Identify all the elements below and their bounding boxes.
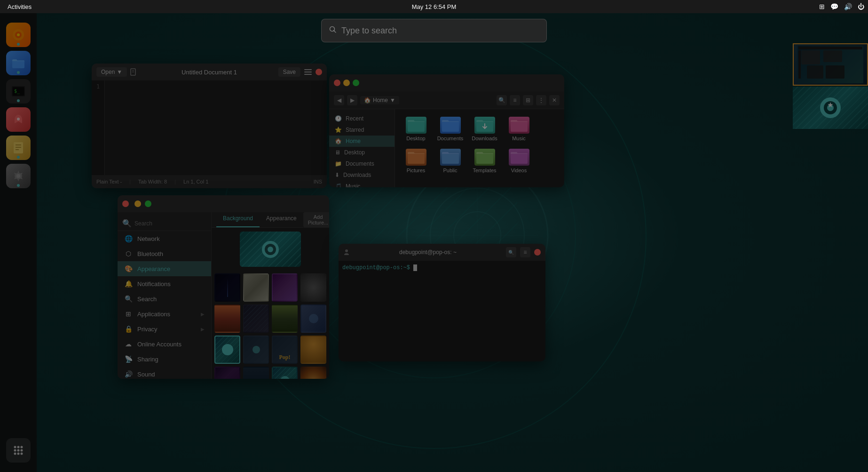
svg-line-4 (334, 31, 336, 32)
top-bar: Activities May 12 6:54 PM ⊞ 💬 🔊 ⏻ (0, 0, 868, 13)
datetime-display: May 12 6:54 PM (412, 3, 457, 10)
power-icon[interactable]: ⏻ (858, 3, 864, 10)
topbar-right: ⊞ 💬 🔊 ⏻ (819, 3, 864, 10)
search-overlay: Type to search (0, 0, 868, 472)
topbar-left: Activities (4, 0, 35, 13)
activities-button[interactable]: Activities (4, 0, 35, 13)
search-bar[interactable]: Type to search (321, 19, 547, 42)
search-icon (329, 26, 337, 35)
chat-icon[interactable]: 💬 (830, 3, 838, 10)
search-placeholder: Type to search (341, 26, 539, 36)
volume-icon[interactable]: 🔊 (844, 3, 852, 10)
grid-icon[interactable]: ⊞ (819, 3, 825, 10)
